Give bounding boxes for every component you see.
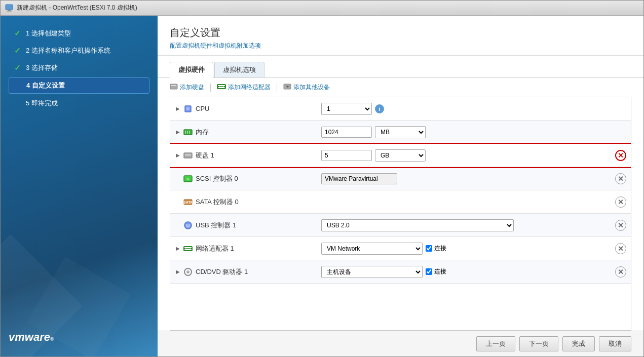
step4-label: 4 自定义设置: [26, 81, 65, 90]
memory-icon: [183, 128, 193, 137]
disk1-value-cell: MBGBTB: [317, 147, 611, 164]
tab-vm-options[interactable]: 虚拟机选项: [214, 62, 264, 77]
step5-label: 5 即将完成: [26, 99, 58, 108]
hw-row-disk1: ▶ 硬盘 1 MBGBTB ✕: [170, 144, 631, 167]
usb1-action-cell: ✕: [611, 220, 631, 231]
cpu-count-select[interactable]: 1248: [321, 103, 372, 115]
cdrom1-icon: [183, 267, 193, 276]
cdrom1-expand-icon[interactable]: ▶: [174, 268, 181, 275]
sata0-icon: SATA: [183, 197, 193, 207]
step2-check: ✓: [13, 46, 22, 55]
usb1-value-cell: USB 2.0USB 3.0USB 3.1: [317, 217, 611, 233]
cancel-button[interactable]: 取消: [599, 336, 631, 351]
usb1-type-select[interactable]: USB 2.0USB 3.0USB 3.1: [321, 219, 514, 231]
cdrom1-name-cell[interactable]: ▶ CD/DVD 驱动器 1: [170, 264, 317, 280]
disk1-unit-select[interactable]: MBGBTB: [375, 149, 426, 162]
scsi0-remove-button[interactable]: ✕: [615, 173, 626, 184]
toolbar-sep-2: [277, 84, 277, 92]
cdrom1-value-cell: 主机设备数据存储ISO文件客户端设备 连接: [317, 264, 611, 280]
prev-button[interactable]: 上一页: [476, 336, 515, 351]
memory-unit-select[interactable]: MBGB: [375, 126, 426, 138]
cdrom1-source-select[interactable]: 主机设备数据存储ISO文件客户端设备: [321, 266, 423, 278]
net1-expand-icon[interactable]: ▶: [174, 245, 181, 252]
disk1-name-cell[interactable]: ▶ 硬盘 1: [170, 148, 317, 163]
cdrom1-remove-button[interactable]: ✕: [615, 266, 626, 277]
net1-connect-text: 连接: [434, 244, 446, 253]
cdrom1-action-cell: ✕: [611, 266, 631, 277]
cpu-info-icon[interactable]: i: [375, 104, 384, 113]
cdrom1-label: CD/DVD 驱动器 1: [196, 267, 248, 276]
net1-name-cell[interactable]: ▶ 网络适配器 1: [170, 241, 317, 256]
title-bar-icon: [5, 4, 14, 13]
step1-check: ✓: [13, 29, 22, 38]
hw-row-cdrom1: ▶ CD/DVD 驱动器 1 主机设备数据存储ISO文件客户端设备 连接: [170, 260, 631, 284]
net1-connect-checkbox[interactable]: [426, 245, 432, 252]
cpu-value-cell: 1248 i: [317, 101, 611, 117]
sidebar-step-2[interactable]: ✓ 2 选择名称和客户机操作系统: [9, 43, 149, 58]
page-title: 自定义设置: [170, 26, 631, 39]
network-icon: [217, 83, 226, 92]
memory-input[interactable]: [321, 127, 372, 138]
usb1-remove-button[interactable]: ✕: [615, 220, 626, 231]
add-network-button[interactable]: 添加网络适配器: [217, 83, 271, 92]
memory-name-cell[interactable]: ▶ 内存: [170, 125, 317, 140]
sata0-remove-button[interactable]: ✕: [615, 196, 626, 208]
sata0-action-cell: ✕: [611, 196, 631, 208]
sidebar-step-1[interactable]: ✓ 1 选择创建类型: [9, 26, 149, 41]
svg-rect-1: [8, 10, 11, 11]
sidebar-step-3[interactable]: ✓ 3 选择存储: [9, 60, 149, 75]
title-bar: 新建虚拟机 - OpenWrtTest (ESXi 7.0 虚拟机): [1, 1, 643, 16]
disk1-expand-icon[interactable]: ▶: [174, 152, 181, 159]
svg-rect-16: [187, 131, 188, 134]
step3-label: 3 选择存储: [26, 63, 58, 72]
memory-value-cell: MBGB: [317, 124, 611, 140]
net1-connect-label: 连接: [426, 244, 446, 253]
add-device-label: 添加其他设备: [293, 83, 330, 92]
add-device-button[interactable]: 添加其他设备: [283, 83, 330, 92]
next-button[interactable]: 下一页: [519, 336, 558, 351]
svg-rect-2: [7, 11, 12, 12]
svg-text:S: S: [186, 177, 190, 181]
main-window: 新建虚拟机 - OpenWrtTest (ESXi 7.0 虚拟机) ✓ 1 选…: [0, 0, 644, 357]
add-disk-button[interactable]: 添加硬盘: [170, 83, 204, 92]
scsi0-label: SCSI 控制器 0: [196, 174, 238, 183]
disk1-remove-button[interactable]: ✕: [615, 150, 626, 161]
main-panel: 自定义设置 配置虚拟机硬件和虚拟机附加选项 虚拟硬件 虚拟机选项 添加硬盘: [158, 16, 643, 356]
memory-expand-icon[interactable]: ▶: [174, 129, 181, 136]
cdrom1-connect-checkbox[interactable]: [426, 268, 432, 275]
hw-row-net1: ▶ 网络适配器 1 VM NetworkManagement Network 连…: [170, 237, 631, 260]
hardware-toolbar: 添加硬盘 添加网络适配器 添加其他设备: [158, 78, 643, 97]
svg-point-8: [224, 86, 225, 88]
cpu-expand-icon[interactable]: ▶: [174, 105, 181, 112]
net1-network-select[interactable]: VM NetworkManagement Network: [321, 243, 423, 255]
memory-label: 内存: [196, 128, 209, 137]
title-bar-text: 新建虚拟机 - OpenWrtTest (ESXi 7.0 虚拟机): [17, 4, 137, 12]
scsi0-value-input: [321, 173, 397, 184]
cdrom1-connect-text: 连接: [434, 267, 446, 276]
main-header: 自定义设置 配置虚拟机硬件和虚拟机附加选项: [158, 16, 643, 56]
sata0-label: SATA 控制器 0: [196, 197, 239, 207]
step2-label: 2 选择名称和客户机操作系统: [26, 46, 110, 55]
disk1-size-input[interactable]: [321, 150, 372, 161]
usb1-name-cell[interactable]: ▶ U USB 控制器 1: [170, 218, 317, 233]
cpu-name-cell[interactable]: ▶ CPU: [170, 101, 317, 116]
sidebar-decoration: [1, 225, 158, 326]
sata0-name-cell[interactable]: ▶ SATA SATA 控制器 0: [170, 194, 317, 210]
hw-row-scsi0: ▶ S SCSI 控制器 0 ✕: [170, 167, 631, 190]
sidebar-step-4[interactable]: ✓ 4 自定义设置: [9, 77, 149, 94]
cdrom1-connect-label: 连接: [426, 267, 446, 276]
toolbar-sep-1: [210, 84, 211, 92]
hw-row-usb1: ▶ U USB 控制器 1 USB 2.0USB 3.0USB 3.1 ✕: [170, 214, 631, 237]
finish-button[interactable]: 完成: [562, 336, 595, 351]
svg-rect-19: [185, 154, 191, 155]
sata0-value-cell: [317, 200, 611, 204]
net1-remove-button[interactable]: ✕: [615, 243, 626, 254]
sidebar-step-5[interactable]: ✓ 5 即将完成: [9, 96, 149, 111]
net1-action-cell: ✕: [611, 243, 631, 254]
scsi0-name-cell[interactable]: ▶ S SCSI 控制器 0: [170, 171, 317, 186]
hw-row-sata0: ▶ SATA SATA 控制器 0 ✕: [170, 190, 631, 214]
hw-row-cpu: ▶ CPU 1248 i: [170, 97, 631, 121]
disk1-label: 硬盘 1: [196, 151, 214, 160]
tab-virtual-hardware[interactable]: 虚拟硬件: [170, 62, 213, 78]
svg-text:SATA: SATA: [183, 201, 193, 204]
